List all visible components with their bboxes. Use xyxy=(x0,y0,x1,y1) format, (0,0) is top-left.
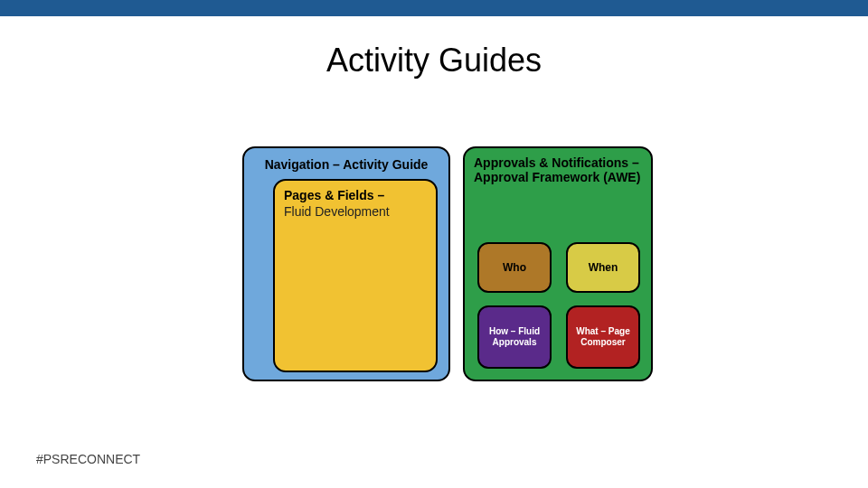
how-box: How – Fluid Approvals xyxy=(477,305,552,369)
approvals-label: Approvals & Notifications – Approval Fra… xyxy=(474,155,642,184)
pages-fields-label: Pages & Fields – Fluid Development xyxy=(284,188,427,220)
who-box: Who xyxy=(477,242,552,293)
pages-fields-box: Pages & Fields – Fluid Development xyxy=(273,179,438,372)
pages-fields-label-reg: Fluid Development xyxy=(284,204,390,219)
navigation-label: Navigation – Activity Guide xyxy=(255,157,438,174)
what-box: What – Page Composer xyxy=(566,305,640,369)
when-label: When xyxy=(589,261,618,274)
how-label: How – Fluid Approvals xyxy=(483,326,546,348)
pages-fields-label-bold: Pages & Fields – xyxy=(284,188,384,202)
when-box: When xyxy=(566,242,640,293)
who-label: Who xyxy=(503,261,526,274)
slide: Activity Guides Navigation – Activity Gu… xyxy=(0,0,868,488)
footer-hashtag: #PSRECONNECT xyxy=(36,452,140,466)
slide-title: Activity Guides xyxy=(0,42,868,80)
what-label: What – Page Composer xyxy=(571,326,635,348)
top-bar xyxy=(0,0,868,16)
